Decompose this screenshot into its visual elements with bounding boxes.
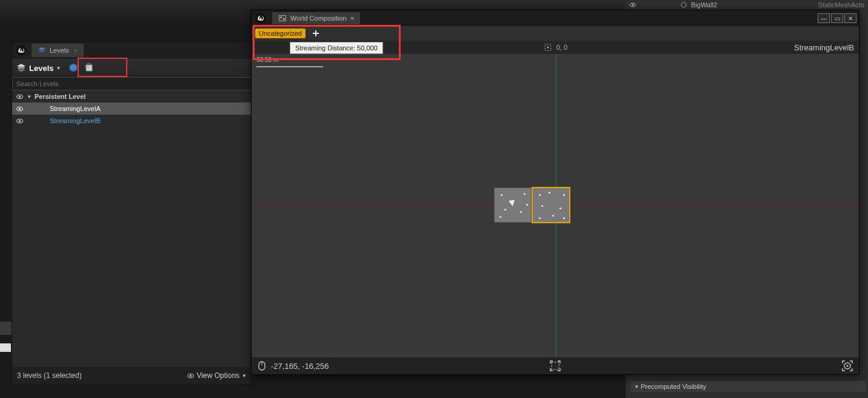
- svg-rect-12: [279, 16, 286, 21]
- origin-coords: 0, 0: [556, 44, 567, 51]
- player-marker-icon: [509, 200, 516, 207]
- view-options-dropdown[interactable]: View Options ▼: [187, 371, 247, 380]
- levels-tab-label: Levels: [50, 47, 69, 54]
- eye-icon[interactable]: [16, 105, 24, 113]
- svg-point-6: [19, 107, 21, 109]
- chevron-down-icon: ▼: [56, 66, 61, 71]
- levels-statusbar: 3 levels (1 selected) View Options ▼: [12, 367, 252, 384]
- mouse-coords: -27,165, -16,256: [271, 362, 329, 371]
- levels-tree: ▾ Persistent Level StreamingLevelA Strea…: [12, 90, 252, 127]
- fit-selection-button[interactable]: [550, 360, 561, 371]
- plus-icon: [312, 29, 320, 38]
- levels-dropdown[interactable]: Levels ▼: [16, 62, 61, 73]
- eye-icon[interactable]: [629, 1, 636, 8]
- details-section-header[interactable]: ▾ Precomputed Visibility: [630, 380, 866, 393]
- levels-tab-icon: [38, 46, 46, 55]
- eye-icon[interactable]: [16, 117, 24, 125]
- world-composition-titlebar[interactable]: World Composition × — ▭ ✕: [252, 10, 859, 26]
- levels-toolbar: Levels ▼: [12, 59, 252, 77]
- level-name: Persistent Level: [35, 93, 85, 100]
- details-section-label: Precomputed Visibility: [641, 383, 706, 390]
- world-composition-tab[interactable]: World Composition ×: [272, 12, 360, 24]
- level-name: StreamingLevelB: [50, 117, 101, 124]
- world-composition-tab-label: World Composition: [290, 15, 347, 22]
- svg-point-10: [189, 374, 191, 376]
- world-composition-window: World Composition × — ▭ ✕ Uncategorized …: [251, 10, 860, 375]
- minimize-button[interactable]: —: [818, 13, 830, 23]
- world-composition-viewport[interactable]: 60.50 m: [252, 54, 859, 357]
- level-details-button[interactable]: [84, 62, 95, 73]
- level-tile-b[interactable]: [532, 187, 570, 223]
- levels-titlebar[interactable]: Levels ×: [12, 42, 252, 59]
- svg-point-21: [847, 365, 849, 367]
- svg-point-8: [19, 120, 21, 121]
- level-row-streaming-a[interactable]: StreamingLevelA: [12, 103, 252, 115]
- world-composition-statusbar: -27,165, -16,256: [252, 357, 859, 374]
- maximize-button[interactable]: ▭: [831, 13, 843, 23]
- svg-point-4: [19, 95, 21, 97]
- origin-marker-icon: [543, 42, 553, 52]
- left-strip: [0, 343, 11, 352]
- outliner-item-name[interactable]: BigWall2: [691, 1, 717, 8]
- mouse-icon: [258, 360, 266, 371]
- eye-icon: [187, 372, 195, 380]
- svg-point-1: [632, 4, 634, 6]
- levels-dropdown-label: Levels: [29, 64, 53, 73]
- svg-rect-19: [552, 362, 559, 369]
- svg-rect-13: [281, 16, 282, 18]
- levels-panel: Levels × Levels ▼ ▾ Persistent Level: [12, 41, 252, 385]
- world-composition-tab-icon: [278, 14, 287, 22]
- level-tile-a[interactable]: [494, 187, 532, 223]
- levels-tab[interactable]: Levels ×: [32, 44, 84, 57]
- expand-triangle-icon[interactable]: ▾: [635, 383, 638, 390]
- outliner-row[interactable]: BigWall2 StaticMeshActo: [626, 0, 868, 10]
- layer-bar: Uncategorized: [252, 26, 859, 41]
- add-layer-button[interactable]: [310, 28, 321, 39]
- current-level-label: StreamingLevelB: [794, 43, 854, 52]
- svg-point-16: [547, 47, 549, 49]
- focus-world-button[interactable]: [842, 360, 853, 371]
- level-row-streaming-b[interactable]: StreamingLevelB: [12, 115, 252, 127]
- close-window-button[interactable]: ✕: [844, 13, 856, 23]
- layer-chip-uncategorized[interactable]: Uncategorized: [255, 29, 305, 38]
- actor-icon: [680, 1, 687, 8]
- unreal-logo-icon: [15, 44, 28, 57]
- chevron-down-icon: ▼: [242, 373, 247, 379]
- search-levels-input[interactable]: [12, 77, 252, 90]
- unreal-logo-icon: [254, 12, 267, 25]
- scale-label: 60.50 m: [256, 56, 278, 63]
- outliner-item-type: StaticMeshActo: [818, 1, 864, 8]
- layer-tooltip: Streaming Distance: 50,000: [290, 42, 383, 54]
- levels-status-text: 3 levels (1 selected): [17, 371, 82, 380]
- close-tab-icon[interactable]: ×: [350, 15, 354, 22]
- level-name: StreamingLevelA: [50, 105, 101, 112]
- close-tab-icon[interactable]: ×: [74, 47, 78, 54]
- summon-world-button[interactable]: [68, 62, 79, 73]
- expand-triangle-icon[interactable]: ▾: [28, 93, 31, 100]
- eye-icon[interactable]: [16, 93, 24, 101]
- view-options-label: View Options: [197, 371, 239, 380]
- levels-stack-icon: [16, 62, 27, 73]
- scale-line: [256, 66, 323, 67]
- level-row-persistent[interactable]: ▾ Persistent Level: [12, 90, 252, 103]
- svg-rect-14: [283, 18, 285, 20]
